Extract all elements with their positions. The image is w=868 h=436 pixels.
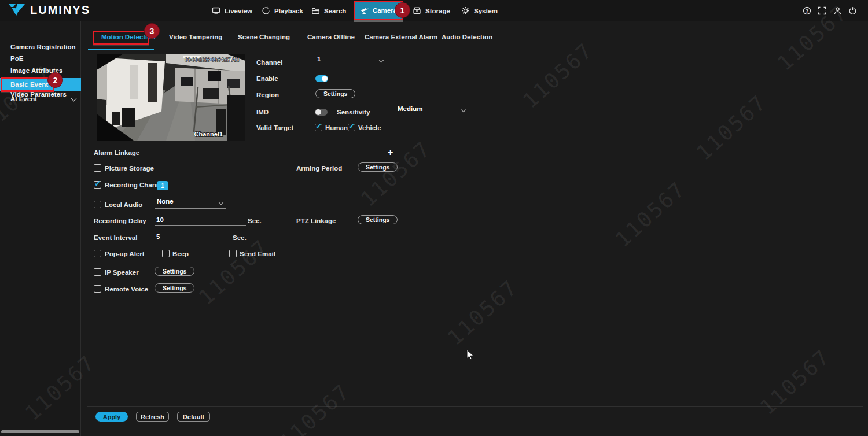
popup-alert-checkbox[interactable] — [94, 250, 101, 257]
event-interval-label: Event Interval — [94, 234, 137, 241]
help-icon[interactable]: ? — [803, 6, 811, 15]
sensitivity-dropdown[interactable]: Medium — [396, 105, 469, 116]
tab-label: Video Tampering — [169, 34, 222, 40]
sidebar-item-ai-event[interactable]: AI Event — [0, 93, 81, 105]
sidebar-horizontal-scrollbar[interactable] — [1, 430, 79, 433]
tab-label: Camera External Alarm — [365, 34, 437, 40]
picture-storage-label: Picture Storage — [105, 165, 154, 172]
local-audio-dropdown[interactable]: None — [155, 198, 226, 209]
fullscreen-icon[interactable] — [818, 6, 826, 15]
annotation-step-3: 3 — [144, 23, 160, 39]
add-linkage-icon[interactable]: + — [388, 149, 393, 157]
watermark: 110567 — [692, 90, 771, 165]
app-root: LUMINYS Liveview Playback — [0, 0, 868, 436]
luminys-logo-icon — [8, 3, 25, 17]
sidebar-item-image-attributes[interactable]: Image Attributes — [0, 65, 81, 77]
nav-item-playback[interactable]: Playback — [262, 0, 303, 21]
channel-value: 1 — [317, 56, 321, 62]
nav-label: Search — [324, 8, 346, 14]
arming-period-settings-button[interactable]: Settings — [358, 162, 398, 172]
watermark: 110567 — [755, 345, 834, 420]
human-checkbox[interactable] — [315, 124, 322, 131]
chevron-down-icon — [219, 200, 223, 205]
imd-label: IMD — [256, 109, 269, 116]
cctv-camera-icon — [360, 6, 369, 15]
ptz-linkage-settings-button[interactable]: Settings — [358, 215, 398, 224]
ptz-linkage-label: PTZ Linkage — [296, 217, 336, 224]
picture-storage-checkbox[interactable] — [94, 164, 101, 172]
watermark: 110567 — [194, 235, 273, 310]
watermark: 110567 — [275, 379, 354, 436]
annotation-step-number: 3 — [150, 27, 155, 36]
alarm-linkage-divider — [132, 153, 385, 153]
vehicle-label: Vehicle — [358, 124, 381, 131]
nav-label: System — [474, 8, 498, 14]
tab-camera-offline[interactable]: Camera Offline — [307, 34, 355, 40]
tab-video-tampering[interactable]: Video Tampering — [169, 34, 222, 40]
nav-label: Playback — [274, 8, 303, 14]
local-audio-checkbox[interactable] — [94, 201, 101, 208]
tab-scene-changing[interactable]: Scene Changing — [238, 34, 290, 40]
send-email-checkbox[interactable] — [229, 250, 237, 257]
enable-toggle[interactable] — [315, 75, 328, 82]
mouse-cursor — [466, 349, 474, 360]
folder-search-icon — [311, 6, 320, 15]
channel-label: Channel — [256, 59, 282, 66]
preview-timestamp: 03-09-2023 09:34:27 AM — [185, 57, 239, 62]
recording-delay-label: Recording Delay — [94, 217, 146, 224]
nav-item-system[interactable]: System — [461, 0, 498, 21]
recording-delay-input[interactable] — [155, 215, 246, 226]
annotation-step-2: 2 — [47, 72, 63, 88]
default-button[interactable]: Default — [177, 412, 210, 422]
playback-icon — [262, 6, 270, 15]
enable-label: Enable — [256, 75, 278, 82]
chevron-down-icon — [379, 58, 384, 62]
chevron-down-icon — [461, 108, 466, 112]
gear-icon — [461, 6, 470, 15]
ip-speaker-checkbox[interactable] — [94, 268, 101, 276]
power-icon[interactable] — [848, 6, 857, 15]
sensitivity-value: Medium — [398, 105, 422, 112]
recording-delay-unit: Sec. — [248, 217, 262, 224]
beep-label: Beep — [172, 250, 189, 257]
annotation-step-number: 1 — [400, 6, 405, 15]
region-label: Region — [256, 91, 279, 98]
annotation-step-number: 2 — [53, 76, 58, 85]
event-interval-unit: Sec. — [233, 234, 247, 241]
region-settings-button[interactable]: Settings — [315, 89, 355, 98]
popup-alert-label: Pop-up Alert — [105, 250, 145, 257]
user-icon[interactable] — [833, 6, 842, 15]
nav-item-liveview[interactable]: Liveview — [212, 0, 252, 21]
vehicle-checkbox[interactable] — [348, 124, 355, 131]
recording-channel-checkbox[interactable] — [94, 181, 101, 189]
beep-checkbox[interactable] — [162, 250, 170, 257]
ip-speaker-settings-button[interactable]: Settings — [155, 267, 194, 276]
remote-voice-settings-button[interactable]: Settings — [155, 283, 194, 293]
storage-box-icon — [413, 6, 421, 15]
nav-item-search[interactable]: Search — [311, 0, 346, 21]
tab-label: Camera Offline — [307, 34, 355, 40]
sidebar-item-label: Camera Registration — [10, 43, 75, 50]
top-bar: LUMINYS Liveview Playback — [0, 0, 868, 21]
send-email-label: Send Email — [240, 250, 275, 257]
tab-audio-detection[interactable]: Audio Detection — [442, 34, 492, 40]
watermark: 110567 — [518, 38, 597, 113]
preview-channel-label: Channel1 — [194, 131, 223, 138]
camera-preview: 03-09-2023 09:34:27 AM Channel1 — [97, 54, 245, 141]
tab-label: Scene Changing — [238, 34, 290, 40]
sidebar-item-poe[interactable]: PoE — [0, 53, 81, 65]
monitor-icon — [212, 6, 220, 15]
brand-name: LUMINYS — [30, 3, 90, 17]
nav-item-storage[interactable]: Storage — [413, 0, 450, 21]
imd-toggle[interactable] — [315, 109, 328, 116]
tab-label: Audio Detection — [442, 34, 492, 40]
remote-voice-checkbox[interactable] — [94, 285, 101, 293]
local-audio-label: Local Audio — [105, 201, 142, 208]
refresh-button[interactable]: Refresh — [136, 412, 169, 422]
footer-divider — [87, 406, 863, 407]
tab-camera-external-alarm[interactable]: Camera External Alarm — [365, 34, 437, 40]
sidebar-item-camera-registration[interactable]: Camera Registration — [0, 41, 81, 53]
event-interval-input[interactable] — [155, 231, 230, 242]
channel-dropdown[interactable]: 1 — [315, 56, 387, 66]
apply-button[interactable]: Apply — [95, 412, 128, 422]
